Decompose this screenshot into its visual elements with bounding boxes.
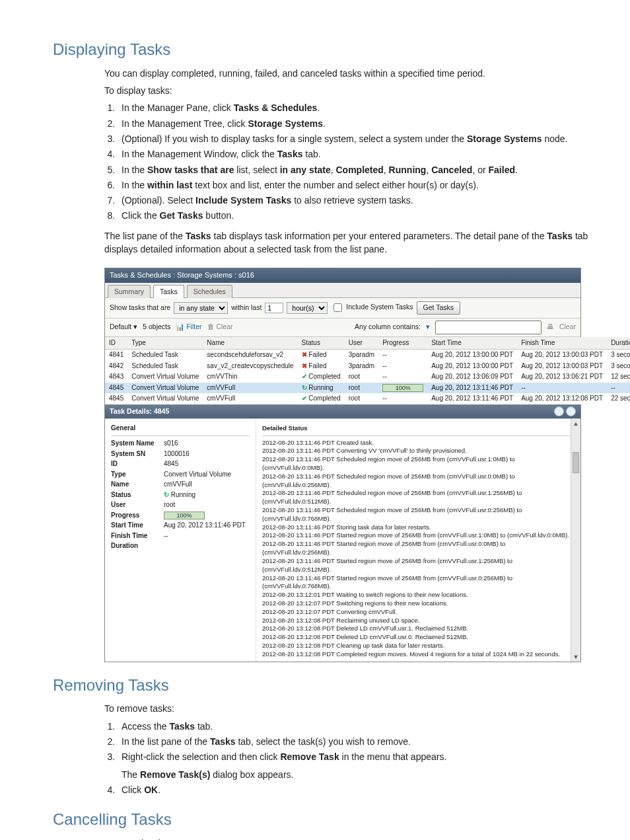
field-value: ↻ Running	[164, 490, 250, 500]
include-checkbox[interactable]	[333, 303, 342, 312]
cell: 12 seconds	[607, 371, 630, 383]
column-header[interactable]: Status	[298, 337, 345, 350]
cell: Aug 20, 2012 13:06:21 PDT	[517, 371, 607, 383]
detailed-status-column: Detailed Status 2012-08-20 13:11:46 PDT …	[256, 419, 580, 662]
status-line: 2012-08-20 13:11:46 PDT Started region m…	[262, 557, 575, 574]
field-row: Finish Time--	[111, 531, 250, 541]
cell: 3paradm	[345, 350, 378, 361]
scroll-thumb[interactable]	[573, 452, 579, 473]
query-row: Show tasks that are in any state within …	[105, 298, 580, 318]
field-label: Name	[111, 480, 164, 490]
filter-row: Default ▾ 5 objects 📊 Filter 🗑 Clear Any…	[105, 319, 580, 337]
tab-schedules[interactable]: Schedules	[187, 285, 232, 298]
include-label: Include System Tasks	[346, 303, 413, 311]
field-row: Duration	[111, 541, 250, 551]
contains-input[interactable]	[435, 321, 542, 334]
printer-icon[interactable]: 🖶	[547, 322, 554, 332]
status-line: 2012-08-20 13:12:08 PDT Cleaning up task…	[262, 642, 575, 650]
field-label: Status	[111, 490, 164, 500]
table-row[interactable]: 4842Scheduled Tasksav_v2_createvcopysche…	[105, 361, 630, 372]
field-label: System Name	[111, 439, 164, 449]
field-row: TypeConvert Virtual Volume	[111, 470, 250, 480]
tab-summary[interactable]: Summary	[108, 285, 151, 298]
field-label: Progress	[111, 511, 164, 521]
clear-filter-link[interactable]: 🗑 Clear	[207, 322, 233, 332]
scroll-down-arrow[interactable]: ▼	[571, 652, 580, 662]
get-tasks-button[interactable]: Get Tasks	[417, 301, 461, 314]
status-line: 2012-08-20 13:12:08 PDT Deleted LD cmVVF…	[262, 633, 575, 642]
right-clear-link[interactable]: Clear	[559, 322, 576, 332]
state-select[interactable]: in any state	[174, 302, 228, 314]
cell: ✔ Completed	[298, 371, 345, 383]
status-line: 2012-08-20 13:11:46 PDT Started region m…	[262, 531, 575, 540]
status-line: 2012-08-20 13:11:46 PDT Converting VV 'c…	[262, 447, 575, 455]
status-line: 2012-08-20 13:11:46 PDT Scheduled region…	[262, 506, 575, 523]
table-row[interactable]: 4841Scheduled Tasksecondscehduleforsav_v…	[105, 350, 630, 361]
table-row[interactable]: 4845Convert Virtual VolumecmVVFull↻ Runn…	[105, 383, 630, 394]
step-item: Click the Get Tasks button.	[118, 209, 590, 222]
cell: 4843	[105, 371, 127, 383]
status-line: 2012-08-20 13:11:46 PDT Started region m…	[262, 540, 575, 557]
app-title: Tasks & Schedules : Storage Systems : s0…	[110, 270, 254, 281]
group-select[interactable]: Default ▾	[110, 322, 137, 332]
cell: 3paradm	[345, 361, 378, 372]
window-titlebar: Tasks & Schedules : Storage Systems : s0…	[105, 268, 580, 283]
field-row: Userroot	[111, 500, 250, 510]
column-header[interactable]: User	[345, 337, 378, 350]
vertical-scrollbar[interactable]: ▲ ▼	[571, 419, 580, 662]
table-row[interactable]: 4845Convert Virtual VolumecmVVFull✔ Comp…	[105, 393, 630, 404]
column-header[interactable]: Finish Time	[517, 337, 607, 350]
cell: Aug 20, 2012 13:00:03 PDT	[517, 350, 607, 361]
step-item: In the Management Tree, click Storage Sy…	[118, 117, 590, 130]
cell: Aug 20, 2012 13:11:46 PDT	[427, 393, 517, 404]
cell: Aug 20, 2012 13:11:46 PDT	[427, 383, 517, 394]
column-header[interactable]: Start Time	[427, 337, 517, 350]
column-header[interactable]: Progress	[378, 337, 427, 350]
details-body: General System Names016System SN1000016I…	[105, 418, 580, 662]
field-value: Convert Virtual Volume	[164, 470, 250, 480]
cell: --	[517, 383, 607, 394]
cell: Aug 20, 2012 13:00:03 PDT	[517, 361, 607, 372]
step-item: In the list pane of the Tasks tab, selec…	[118, 735, 590, 748]
cell: --	[378, 371, 427, 383]
column-header[interactable]: Duration	[607, 337, 630, 350]
table-row[interactable]: 4843Convert Virtual VolumecmVVThin✔ Comp…	[105, 371, 630, 383]
general-header: General	[111, 422, 250, 437]
steps-list: Access the Tasks tab.In the list pane of…	[104, 720, 590, 796]
step-item: In the Management Window, click the Task…	[118, 147, 590, 161]
status-line: 2012-08-20 13:12:08 PDT Reclaiming unuse…	[262, 617, 575, 625]
scroll-up-arrow[interactable]: ▲	[571, 419, 580, 428]
column-header[interactable]: Type	[127, 337, 203, 350]
include-system-tasks[interactable]: Include System Tasks	[331, 301, 413, 314]
cell: root	[345, 371, 378, 383]
help-icon[interactable]	[566, 406, 576, 416]
filter-link[interactable]: 📊 Filter	[176, 322, 201, 332]
cell: Aug 20, 2012 13:00:00 PDT	[427, 361, 517, 372]
cell: 3 seconds	[607, 361, 630, 372]
cell: sav_v2_createvcopyschedule	[203, 361, 297, 372]
cell: ✖ Failed	[298, 361, 345, 372]
field-row: Status↻ Running	[111, 490, 250, 500]
general-column: General System Names016System SN1000016I…	[105, 419, 256, 662]
status-line: 2012-08-20 13:11:46 PDT Started region m…	[262, 574, 575, 592]
field-row: Progress100%	[111, 511, 250, 521]
cell: Scheduled Task	[127, 350, 203, 361]
intro-paragraph-2: To display tasks:	[104, 84, 590, 97]
step-item: (Optional) If you wish to display tasks …	[118, 132, 590, 145]
cell: ✖ Failed	[298, 350, 345, 361]
column-header[interactable]: ID	[105, 337, 127, 350]
cell: root	[345, 383, 378, 394]
cell: --	[378, 350, 427, 361]
refresh-icon[interactable]	[554, 406, 564, 416]
field-row: System SN1000016	[111, 449, 250, 459]
column-header[interactable]: Name	[203, 337, 297, 350]
unit-select[interactable]: hour(s)	[287, 302, 328, 314]
status-line: 2012-08-20 13:12:07 PDT Switching region…	[262, 599, 575, 608]
show-label: Show tasks that are	[110, 303, 170, 313]
cell: Aug 20, 2012 13:00:00 PDT	[427, 350, 517, 361]
within-input[interactable]	[265, 303, 283, 313]
field-row: System Names016	[111, 439, 250, 449]
cell: --	[607, 383, 630, 394]
contains-dropdown[interactable]: ▾	[426, 322, 430, 332]
tab-tasks[interactable]: Tasks	[153, 285, 184, 298]
